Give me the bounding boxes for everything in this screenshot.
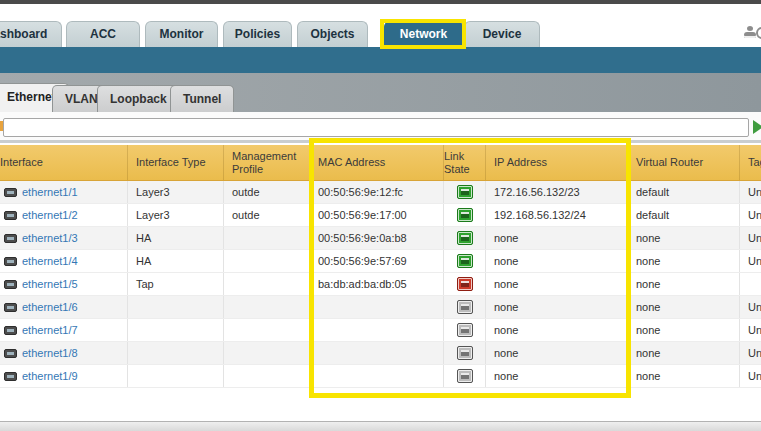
column-header-mac-address[interactable]: MAC Address [310,145,444,180]
interface-link[interactable]: ethernet1/8 [22,347,78,359]
column-header-virtual-router[interactable]: Virtual Router [628,145,740,180]
interface-type-cell: HA [128,250,224,272]
tab-network[interactable]: Network [384,21,463,47]
tag-cell: Untagged [740,204,761,226]
ip-address-cell-text: none [494,301,518,313]
virtual-router-cell-text: none [636,255,660,267]
virtual-router-cell: none [628,319,740,341]
filter-apply-arrow-icon[interactable] [753,120,761,134]
link-up-icon [457,254,473,268]
link-up-icon [457,231,473,245]
tab-device[interactable]: Device [464,21,540,47]
tag-cell [740,273,761,295]
interface-link[interactable]: ethernet1/1 [22,186,78,198]
ip-address-cell: none [486,365,628,387]
sub-tabbar: EthernetVLANLoopbackTunnel [0,73,761,112]
interface-cell: ethernet1/6 [0,296,128,318]
link-unknown-icon [457,300,473,314]
virtual-router-cell-text: none [636,232,660,244]
mac-address-cell: 00:50:56:9e:0a:b8 [310,227,444,249]
interface-type-cell [128,319,224,341]
tab-acc[interactable]: ACC [66,21,140,47]
tab-monitor[interactable]: Monitor [145,21,218,47]
tab-objects[interactable]: Objects [297,21,368,47]
ethernet-port-glyph [461,327,469,333]
management-profile-cell [224,273,310,295]
ip-address-cell-text: 192.168.56.132/24 [494,209,586,221]
mac-address-cell [310,296,444,318]
interface-type-cell-text: Layer3 [136,186,170,198]
app-window: DashboardACCMonitorPoliciesObjectsNetwor… [0,0,761,431]
virtual-router-cell: none [628,273,740,295]
table-row[interactable]: ethernet1/8nonenoneUntagged [0,342,761,365]
tag-cell-text: Untagged [748,255,761,267]
link-up-icon [457,185,473,199]
interface-type-cell [128,296,224,318]
interface-icon [4,303,17,312]
subtab-loopback[interactable]: Loopback [97,85,180,112]
column-header-ip-address[interactable]: IP Address [486,145,628,180]
ethernet-port-glyph [461,258,469,264]
table-header-row: InterfaceInterface TypeManagement Profil… [0,145,761,181]
ethernet-port-glyph [461,304,469,310]
interface-cell: ethernet1/5 [0,273,128,295]
ip-address-cell-text: none [494,255,518,267]
filter-input[interactable] [3,118,749,137]
link-down-icon [457,277,473,291]
interface-link[interactable]: ethernet1/3 [22,232,78,244]
ip-address-cell-text: none [494,324,518,336]
interface-link[interactable]: ethernet1/2 [22,209,78,221]
ip-address-cell-text: none [494,278,518,290]
ip-address-cell: none [486,296,628,318]
interface-link[interactable]: ethernet1/7 [22,324,78,336]
virtual-router-cell: none [628,342,740,364]
column-header-tag[interactable]: Tag [740,145,761,180]
interface-cell: ethernet1/9 [0,365,128,387]
interface-cell: ethernet1/7 [0,319,128,341]
subtab-tunnel[interactable]: Tunnel [170,85,234,112]
interface-icon [4,349,17,358]
interface-link[interactable]: ethernet1/6 [22,301,78,313]
interface-link[interactable]: ethernet1/9 [22,370,78,382]
divider [0,140,761,143]
column-header-management-profile[interactable]: Management Profile [224,145,310,180]
interface-type-cell: Layer3 [128,204,224,226]
user-icon[interactable] [743,26,757,39]
interface-type-cell-text: Layer3 [136,209,170,221]
management-profile-cell [224,296,310,318]
table-row[interactable]: ethernet1/1Layer3outde00:50:56:9e:12:fc1… [0,181,761,204]
link-state-cell [444,181,486,203]
ethernet-port-glyph [461,281,469,287]
tab-policies[interactable]: Policies [223,21,292,47]
interface-icon [4,257,17,266]
clipped-edge-icon [756,27,761,39]
interface-icon [4,326,17,335]
tab-dashboard[interactable]: Dashboard [0,21,62,47]
interface-icon [4,372,17,381]
column-header-link-state[interactable]: Link State [444,145,486,180]
table-row[interactable]: ethernet1/9nonenoneUntagged [0,365,761,388]
ip-address-cell: none [486,250,628,272]
table-row[interactable]: ethernet1/5Tapba:db:ad:ba:db:05nonenone [0,273,761,296]
table-row[interactable]: ethernet1/3HA00:50:56:9e:0a:b8nonenoneUn… [0,227,761,250]
mac-address-cell [310,342,444,364]
virtual-router-cell: none [628,296,740,318]
interface-type-cell-text: HA [136,255,151,267]
link-state-cell [444,296,486,318]
management-profile-cell: outde [224,204,310,226]
column-header-interface[interactable]: Interface [0,145,128,180]
table-row[interactable]: ethernet1/2Layer3outde00:50:56:9e:17:001… [0,204,761,227]
table-row[interactable]: ethernet1/6nonenoneUntagged [0,296,761,319]
table-row[interactable]: ethernet1/7nonenoneUntagged [0,319,761,342]
table-row[interactable]: ethernet1/4HA00:50:56:9e:57:69nonenoneUn… [0,250,761,273]
bottom-status-bar [0,421,761,431]
interface-link[interactable]: ethernet1/4 [22,255,78,267]
virtual-router-cell-text: none [636,370,660,382]
interface-link[interactable]: ethernet1/5 [22,278,78,290]
interface-icon [4,234,17,243]
virtual-router-cell-text: none [636,301,660,313]
column-header-interface-type[interactable]: Interface Type [128,145,224,180]
tag-cell-text: Untagged [748,186,761,198]
tag-cell-text: Untagged [748,301,761,313]
link-state-cell [444,273,486,295]
